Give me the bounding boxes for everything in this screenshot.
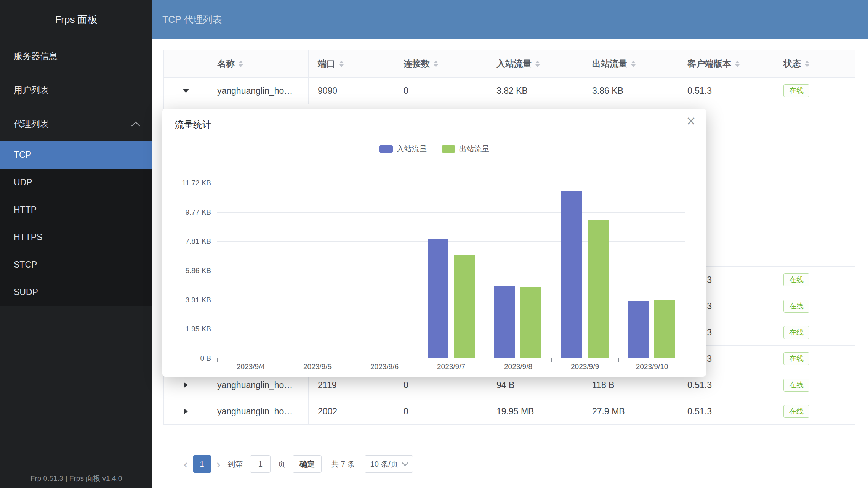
sidebar-item-stcp[interactable]: STCP	[0, 251, 152, 278]
x-axis-tick	[618, 358, 619, 362]
gridline	[217, 271, 685, 271]
chart-y-axis: 11.72 KB9.77 KB7.81 KB5.86 KB3.91 KB1.95…	[162, 183, 211, 358]
column-label: 入站流量	[496, 58, 532, 70]
y-tick-label: 5.86 KB	[162, 266, 211, 275]
cell-client_version: 0.51.3	[678, 78, 774, 104]
table-header-col-2[interactable]: 连接数	[394, 50, 487, 78]
chart-legend: 入站流量出站流量	[162, 144, 706, 154]
table-header-col-5[interactable]: 客户端版本	[678, 50, 774, 78]
column-label: 客户端版本	[687, 58, 731, 70]
cell-traffic_in: 19.95 MB	[487, 398, 583, 425]
page-size-select[interactable]: 10 条/页	[365, 455, 413, 473]
confirm-button[interactable]: 确定	[293, 455, 322, 473]
column-label: 名称	[217, 58, 235, 70]
cell-connections: 0	[394, 78, 487, 104]
table-header-expand	[164, 50, 208, 78]
x-axis-tick	[284, 358, 284, 362]
y-tick-label: 3.91 KB	[162, 296, 211, 304]
x-axis-tick	[217, 358, 218, 362]
legend-item-inbound[interactable]: 入站流量	[379, 144, 427, 154]
cell-client_version: 0.51.3	[678, 398, 774, 425]
sidebar-item-sudp[interactable]: SUDP	[0, 278, 152, 306]
next-page-button[interactable]: ›	[216, 458, 221, 470]
cell-status: 在线	[774, 398, 855, 425]
cell-traffic_out: 27.9 MB	[583, 398, 678, 425]
sidebar-item-user-list[interactable]: 用户列表	[0, 73, 152, 107]
sidebar-menu: 服务器信息用户列表代理列表	[0, 39, 152, 141]
status-badge: 在线	[783, 84, 809, 98]
table-header-col-4[interactable]: 出站流量	[583, 50, 678, 78]
cell-status: 在线	[774, 293, 855, 319]
caret-down-icon	[735, 64, 740, 67]
legend-swatch	[442, 145, 455, 153]
bar-outbound	[654, 300, 675, 358]
sidebar-item-label: UDP	[14, 177, 32, 188]
expand-toggle[interactable]	[164, 78, 208, 104]
sidebar-item-label: TCP	[14, 150, 31, 160]
page-size-value: 10 条/页	[370, 459, 398, 469]
bar-outbound	[588, 220, 609, 358]
caret-up-icon	[239, 61, 243, 63]
bar-inbound	[628, 301, 649, 358]
table-header-col-0[interactable]: 名称	[208, 50, 309, 78]
cell-status: 在线	[774, 267, 855, 293]
caret-down-icon	[183, 89, 189, 93]
bar-inbound	[561, 191, 582, 358]
legend-label: 出站流量	[459, 144, 490, 154]
cell-name: yanghuanglin_ho…	[208, 398, 309, 425]
sort-icon	[805, 61, 809, 67]
column-label: 端口	[318, 58, 335, 70]
sidebar-item-udp[interactable]: UDP	[0, 169, 152, 196]
cell-port: 2002	[309, 398, 394, 425]
sort-icon	[631, 61, 636, 67]
caret-down-icon	[239, 64, 243, 67]
legend-item-outbound[interactable]: 出站流量	[442, 144, 490, 154]
table-header-col-1[interactable]: 端口	[309, 50, 394, 78]
gridline	[217, 300, 685, 300]
cell-port: 9090	[309, 78, 394, 104]
total-count: 共 7 条	[331, 459, 355, 469]
goto-label-prefix: 到第	[227, 459, 243, 469]
status-badge: 在线	[783, 352, 809, 366]
cell-status: 在线	[774, 78, 855, 104]
column-label: 出站流量	[592, 58, 627, 70]
chevron-down-icon	[402, 460, 408, 466]
app-root: Frps 面板 服务器信息用户列表代理列表 TCPUDPHTTPHTTPSSTC…	[0, 0, 868, 488]
sidebar-item-http[interactable]: HTTP	[0, 196, 152, 223]
page-header: TCP 代理列表	[152, 0, 868, 39]
sidebar-item-https[interactable]: HTTPS	[0, 223, 152, 251]
caret-up-icon	[339, 61, 344, 63]
prev-page-button[interactable]: ‹	[184, 458, 188, 470]
x-tick-label: 2023/9/8	[485, 363, 552, 371]
goto-page-input[interactable]	[250, 455, 271, 473]
sort-icon	[434, 61, 438, 67]
x-tick-label: 2023/9/6	[351, 363, 418, 371]
sidebar-item-proxy-list[interactable]: 代理列表	[0, 107, 152, 141]
gridline	[217, 329, 685, 329]
sidebar-footer: Frp 0.51.3 | Frps 面板 v1.4.0	[0, 474, 152, 483]
sidebar-item-label: STCP	[14, 260, 37, 270]
table-header-col-3[interactable]: 入站流量	[487, 50, 583, 78]
pagination: ‹ 1 › 到第 页 确定 共 7 条 10 条/页	[163, 455, 855, 473]
traffic-chart	[217, 183, 685, 358]
x-tick-label: 2023/9/4	[217, 363, 284, 371]
sidebar-item-tcp[interactable]: TCP	[0, 141, 152, 169]
app-title: Frps 面板	[0, 0, 152, 39]
sidebar: Frps 面板 服务器信息用户列表代理列表 TCPUDPHTTPHTTPSSTC…	[0, 0, 152, 488]
expand-toggle[interactable]	[164, 398, 208, 425]
caret-down-icon	[535, 64, 540, 67]
close-icon[interactable]: ×	[687, 113, 695, 128]
sidebar-item-label: HTTP	[14, 205, 37, 215]
x-axis-tick	[485, 358, 485, 362]
chevron-up-icon	[131, 121, 140, 130]
bar-inbound	[428, 239, 448, 358]
status-badge: 在线	[783, 326, 809, 339]
x-tick-label: 2023/9/7	[418, 363, 485, 371]
cell-name: yanghuanglin_ho…	[208, 78, 309, 104]
sidebar-item-server-info[interactable]: 服务器信息	[0, 39, 152, 73]
traffic-stats-modal: 流量统计 × 入站流量出站流量 11.72 KB9.77 KB7.81 KB5.…	[162, 109, 706, 377]
bar-inbound	[494, 286, 515, 358]
caret-up-icon	[434, 61, 438, 63]
table-header-col-6[interactable]: 状态	[774, 50, 855, 78]
page-number-button[interactable]: 1	[193, 455, 211, 473]
